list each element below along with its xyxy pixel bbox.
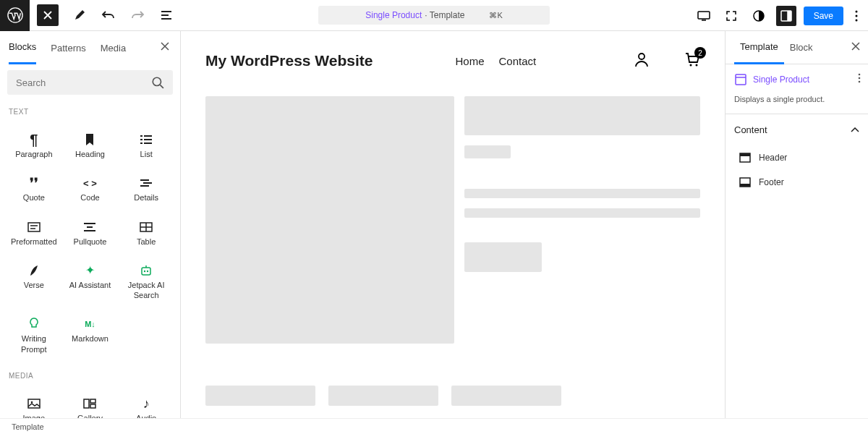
- breadcrumb[interactable]: Template: [12, 422, 44, 431]
- block-label: List: [140, 149, 153, 159]
- svg-point-15: [31, 401, 33, 404]
- desktop-icon: [697, 11, 710, 21]
- cart-count-badge: 2: [694, 47, 706, 59]
- close-button[interactable]: [37, 4, 59, 26]
- ai-assistant-icon: ✦: [85, 261, 95, 280]
- section-label: MEDIA: [0, 365, 180, 384]
- search-blocks[interactable]: [7, 70, 173, 95]
- svg-point-23: [859, 74, 861, 76]
- code-icon: < >: [83, 174, 97, 192]
- svg-point-19: [639, 54, 644, 59]
- template-actions-button[interactable]: [858, 73, 861, 86]
- settings-panel-toggle[interactable]: [776, 6, 796, 26]
- content-item-header[interactable]: Header: [726, 145, 868, 170]
- view-desktop-button[interactable]: [694, 6, 714, 26]
- jetpack-ai-search-icon: [140, 261, 153, 280]
- svg-point-8: [153, 77, 161, 85]
- product-desc-placeholder: [464, 189, 700, 198]
- svg-rect-1: [698, 12, 710, 19]
- more-options-button[interactable]: [851, 10, 862, 22]
- expand-icon: [726, 10, 737, 22]
- block-details[interactable]: Details: [118, 166, 174, 210]
- contrast-icon: [752, 9, 765, 22]
- toolbar-tools: [72, 7, 174, 23]
- block-jetpack-ai-search[interactable]: Jetpack AI Search: [118, 254, 174, 308]
- wordpress-logo[interactable]: [0, 0, 30, 31]
- block-table[interactable]: Table: [118, 210, 174, 254]
- block-inserter-panel: Blocks Patterns Media TEXT¶ParagraphHead…: [0, 31, 181, 434]
- tab-patterns[interactable]: Patterns: [51, 33, 85, 64]
- list-icon: [160, 9, 173, 22]
- site-navigation: Home Contact: [455, 55, 536, 67]
- content-section-toggle[interactable]: Content: [726, 114, 868, 145]
- svg-point-25: [859, 81, 861, 83]
- block-label: Verse: [24, 280, 44, 290]
- list-icon: [140, 130, 153, 149]
- top-toolbar: Single Product · Template ⌘K Save: [0, 0, 868, 31]
- svg-point-5: [856, 10, 858, 12]
- command-shortcut: ⌘K: [489, 11, 502, 20]
- product-image-placeholder: [205, 96, 454, 344]
- gallery-icon: [83, 394, 96, 413]
- preformatted-icon: [27, 218, 41, 237]
- svg-rect-16: [84, 399, 89, 408]
- block-writing-prompt[interactable]: Writing Prompt: [6, 307, 62, 362]
- svg-point-20: [690, 64, 692, 67]
- block-verse[interactable]: Verse: [6, 254, 62, 308]
- block-quote[interactable]: ❜❜Quote: [6, 166, 62, 210]
- tab-blocks[interactable]: Blocks: [9, 31, 36, 64]
- block-label: Pullquote: [74, 237, 107, 247]
- details-icon: [140, 174, 153, 192]
- markdown-icon: M↓: [85, 315, 95, 333]
- tab-media[interactable]: Media: [101, 33, 126, 64]
- verse-icon: [29, 261, 39, 280]
- add-to-cart-placeholder: [464, 242, 542, 272]
- block-code[interactable]: < >Code: [62, 166, 119, 210]
- nav-link-home[interactable]: Home: [455, 55, 484, 67]
- template-summary: Single Product: [726, 64, 868, 95]
- image-icon: [27, 394, 41, 413]
- zoom-out-button[interactable]: [721, 6, 741, 26]
- wordpress-icon: [7, 7, 23, 23]
- template-description: Displays a single product.: [726, 95, 868, 114]
- undo-button[interactable]: [101, 7, 116, 23]
- close-settings-button[interactable]: [851, 41, 861, 54]
- svg-point-12: [144, 271, 145, 272]
- redo-button[interactable]: [129, 7, 145, 23]
- block-label: Quote: [23, 192, 45, 203]
- paragraph-icon: ¶: [30, 130, 38, 149]
- tab-block[interactable]: Block: [784, 32, 819, 63]
- block-preformatted[interactable]: Preformatted: [6, 210, 62, 254]
- account-button[interactable]: [634, 51, 650, 70]
- close-icon: [851, 41, 861, 51]
- block-label: Markdown: [72, 333, 109, 344]
- block-heading[interactable]: Heading: [62, 123, 119, 166]
- nav-link-contact[interactable]: Contact: [498, 55, 536, 67]
- document-info-bar[interactable]: Single Product · Template ⌘K: [318, 6, 550, 25]
- block-paragraph[interactable]: ¶Paragraph: [6, 123, 62, 166]
- block-ai-assistant[interactable]: ✦AI Assistant: [62, 254, 119, 308]
- editor-canvas[interactable]: My WordPress Website Home Contact 2: [181, 31, 725, 434]
- block-markdown[interactable]: M↓Markdown: [62, 307, 119, 362]
- document-outline-button[interactable]: [158, 7, 174, 23]
- site-title[interactable]: My WordPress Website: [205, 52, 373, 69]
- save-button[interactable]: Save: [804, 7, 843, 25]
- product-tabs-placeholder: [205, 386, 700, 406]
- tab-template[interactable]: Template: [734, 31, 784, 64]
- site-header: My WordPress Website Home Contact 2: [205, 43, 700, 79]
- content-item-footer[interactable]: Footer: [726, 170, 868, 195]
- heading-icon: [85, 130, 95, 149]
- search-input[interactable]: [16, 77, 151, 88]
- styles-button[interactable]: [749, 6, 769, 26]
- edit-tool-button[interactable]: [72, 7, 88, 23]
- cart-button[interactable]: 2: [684, 51, 700, 70]
- svg-rect-18: [90, 404, 95, 408]
- close-inserter-button[interactable]: [160, 41, 170, 54]
- template-name-label: Single Product: [753, 75, 809, 85]
- user-icon: [634, 51, 650, 67]
- block-label: Paragraph: [15, 149, 52, 159]
- search-icon: [151, 76, 164, 89]
- block-pullquote[interactable]: Pullquote: [62, 210, 119, 254]
- svg-rect-29: [740, 184, 750, 187]
- block-list[interactable]: List: [118, 123, 174, 166]
